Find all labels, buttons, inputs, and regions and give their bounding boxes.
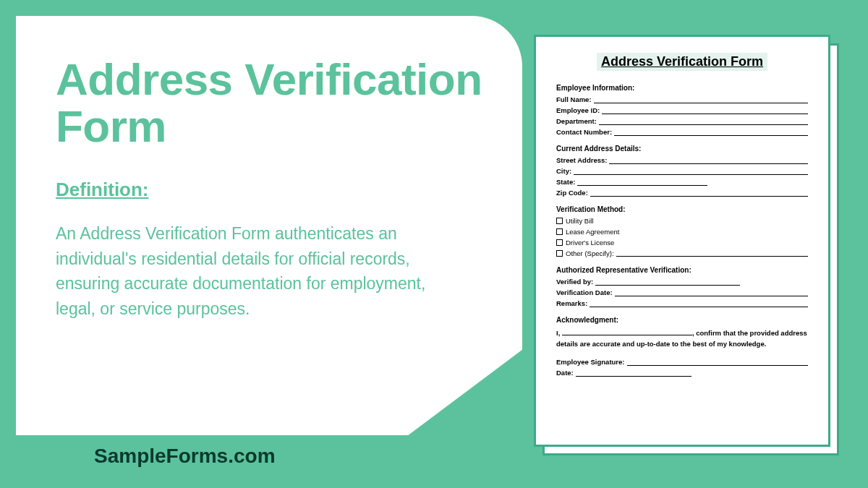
section-address: Current Address Details: Street Address:… xyxy=(556,145,808,197)
section-head: Verification Method: xyxy=(556,205,808,213)
field-row: Remarks: xyxy=(556,299,808,307)
field-row: Department: xyxy=(556,117,808,125)
blank-line xyxy=(616,250,808,257)
blank-line xyxy=(615,290,808,296)
field-row: Zip Code: xyxy=(556,189,808,197)
blank-line xyxy=(627,359,809,366)
section-head: Employee Information: xyxy=(556,84,808,92)
blank-line xyxy=(599,119,808,125)
blank-line xyxy=(576,370,692,377)
field-row: Full Name: xyxy=(556,95,808,103)
field-row: Street Address: xyxy=(556,156,808,164)
section-head: Current Address Details: xyxy=(556,145,808,153)
definition-label: Definition: xyxy=(56,179,486,201)
blank-line xyxy=(595,279,740,286)
checkbox-row: Driver's License xyxy=(556,239,808,247)
section-head: Acknowledgment: xyxy=(556,316,808,324)
field-row: Contact Number: xyxy=(556,128,808,136)
checkbox-row: Other (Specify): xyxy=(556,249,808,257)
field-row: Employee ID: xyxy=(556,106,808,114)
field-row: Employee Signature: xyxy=(556,358,808,366)
section-acknowledgment: Acknowledgment: I, , confirm that the pr… xyxy=(556,316,808,349)
section-head: Authorized Representative Verification: xyxy=(556,266,808,274)
form-title: Address Verification Form xyxy=(597,53,767,71)
page-title: Address Verification Form xyxy=(56,56,486,150)
blank-line xyxy=(574,168,808,175)
field-row: City: xyxy=(556,167,808,175)
section-method: Verification Method: Utility Bill Lease … xyxy=(556,205,808,257)
field-row: State: xyxy=(556,178,808,186)
section-authorized: Authorized Representative Verification: … xyxy=(556,266,808,307)
checkbox-row: Lease Agreement xyxy=(556,228,808,236)
definition-text: An Address Verification Form authenticat… xyxy=(56,221,461,321)
brand-name: SampleForms.com xyxy=(94,445,276,468)
ack-text: I, , confirm that the provided address d… xyxy=(556,328,808,349)
blank-line xyxy=(614,129,808,136)
blank-line xyxy=(590,301,808,307)
checkbox-row: Utility Bill xyxy=(556,217,808,225)
checkbox-icon xyxy=(556,218,563,224)
field-row: Date: xyxy=(556,369,808,377)
blank-line xyxy=(590,190,808,197)
blank-line xyxy=(609,158,808,164)
blank-line xyxy=(594,97,808,103)
blank-line xyxy=(577,179,707,186)
blank-line xyxy=(602,108,808,114)
field-row: Verification Date: xyxy=(556,288,808,296)
blank-line xyxy=(562,335,692,335)
checkbox-icon xyxy=(556,239,563,246)
form-preview: Address Verification Form Employee Infor… xyxy=(534,35,830,447)
checkbox-icon xyxy=(556,228,563,235)
section-employee-info: Employee Information: Full Name: Employe… xyxy=(556,84,808,136)
content-panel: Address Verification Form Definition: An… xyxy=(16,16,522,435)
section-signature: Employee Signature: Date: xyxy=(556,358,808,377)
field-row: Verified by: xyxy=(556,278,808,286)
checkbox-icon xyxy=(556,250,563,257)
